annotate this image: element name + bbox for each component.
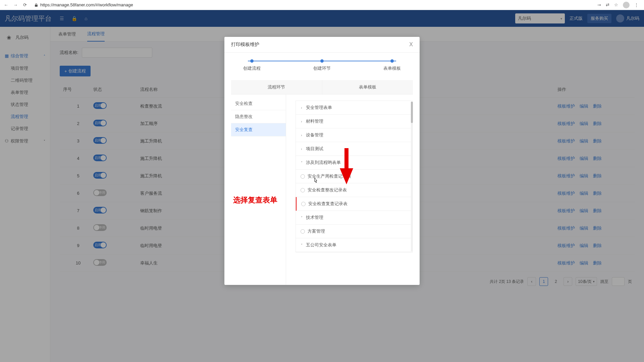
modal-overlay: 打印模板维护 X 创建流程 创建环节 表单模板 流程环节 表单模板 安全检查隐患… xyxy=(0,10,644,362)
radio-icon[interactable] xyxy=(301,188,305,192)
modal-inner-tabs: 流程环节 表单模板 xyxy=(231,80,413,94)
inner-tab-steps[interactable]: 流程环节 xyxy=(231,80,322,94)
browser-reload-icon[interactable]: ⟳ xyxy=(22,2,28,7)
modal-left-item-2[interactable]: 安全复查 xyxy=(231,123,286,136)
tree-node[interactable]: ˅技术管理 xyxy=(296,211,413,225)
chevron-icon: › xyxy=(300,106,303,110)
chevron-icon: › xyxy=(300,147,303,151)
inner-tab-templates[interactable]: 表单模板 xyxy=(322,80,413,94)
chevron-icon: ˅ xyxy=(300,216,303,220)
modal-close-button[interactable]: X xyxy=(409,42,413,48)
browser-back-icon[interactable]: ← xyxy=(3,2,9,7)
tree-node[interactable]: ›项目测试 xyxy=(296,142,413,156)
translate-icon[interactable]: ⇄ xyxy=(606,2,609,7)
url-bar[interactable]: https://manage.58faner.com/#/workflow/ma… xyxy=(32,2,593,8)
key-icon[interactable]: ⊸ xyxy=(597,2,601,7)
radio-icon[interactable] xyxy=(301,202,306,206)
modal-left-item-1[interactable]: 隐患整改 xyxy=(231,110,286,123)
radio-icon[interactable] xyxy=(301,229,305,234)
cursor-pointer-icon xyxy=(313,178,318,185)
radio-icon[interactable] xyxy=(301,174,305,179)
tree-child[interactable]: 方案管理 xyxy=(296,225,413,238)
tree-node[interactable]: ˅涉及到流程哟表单 xyxy=(296,156,413,170)
browser-chrome: ← → ⟳ https://manage.58faner.com/#/workf… xyxy=(0,0,644,10)
modal-tree-panel: ›安全管理表单›材料管理›设备管理›项目测试˅涉及到流程哟表单安全生产周检查记录… xyxy=(286,95,413,285)
url-text: https://manage.58faner.com/#/workflow/ma… xyxy=(40,2,133,7)
tree-node[interactable]: ˅五公司安全表单 xyxy=(296,238,413,252)
annotation-arrow-icon xyxy=(340,148,353,185)
tree-child[interactable]: 安全检查复查记录表 xyxy=(296,197,413,211)
wizard-steps: 创建流程 创建环节 表单模板 xyxy=(224,53,420,74)
step-1: 创建流程 xyxy=(243,59,261,71)
lock-icon xyxy=(34,3,38,7)
tree-node[interactable]: ›材料管理 xyxy=(296,115,413,128)
modal-title: 打印模板维护 xyxy=(231,42,259,48)
star-icon[interactable]: ☆ xyxy=(614,2,618,7)
step-2: 创建环节 xyxy=(313,59,331,71)
tree-child[interactable]: 安全检查整改记录表 xyxy=(296,183,413,197)
step-3: 表单模板 xyxy=(383,59,401,71)
chevron-icon: › xyxy=(300,120,303,123)
profile-icon[interactable] xyxy=(623,2,630,8)
chevron-icon: ˅ xyxy=(300,243,303,247)
browser-forward-icon[interactable]: → xyxy=(13,2,18,7)
chevron-icon: › xyxy=(300,133,303,137)
modal-left-item-0[interactable]: 安全检查 xyxy=(231,97,286,110)
form-tree: ›安全管理表单›材料管理›设备管理›项目测试˅涉及到流程哟表单安全生产周检查记录… xyxy=(296,101,413,252)
annotation-text: 选择复查表单 xyxy=(233,195,277,205)
tree-node[interactable]: ›设备管理 xyxy=(296,128,413,142)
menu-icon[interactable]: ⋮ xyxy=(634,2,639,7)
tree-node[interactable]: ›安全管理表单 xyxy=(296,101,413,115)
tree-scrollbar-track[interactable] xyxy=(411,102,413,251)
modal-left-list: 安全检查隐患整改安全复查 选择复查表单 xyxy=(231,95,286,285)
print-template-modal: 打印模板维护 X 创建流程 创建环节 表单模板 流程环节 表单模板 安全检查隐患… xyxy=(224,37,420,285)
chevron-icon: ˅ xyxy=(300,161,303,165)
tree-scrollbar-thumb[interactable] xyxy=(411,102,413,123)
